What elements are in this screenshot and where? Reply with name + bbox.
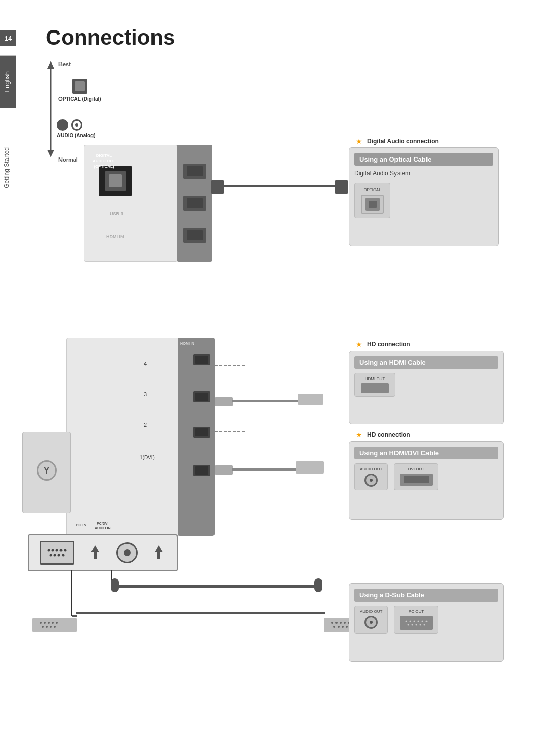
- vga-cable-bottom: [76, 612, 325, 614]
- hdmi-slot-4: [193, 354, 210, 365]
- svg-point-39: [417, 621, 419, 622]
- side-port-slot-2: [183, 196, 206, 211]
- vga-left-dots: [37, 620, 72, 629]
- dsub-box: Using a D-Sub Cable AUDIO OUT PC OUT: [349, 583, 504, 662]
- hd-dvi-box: Using an HDMI/DVI Cable AUDIO OUT DVI OU…: [349, 441, 504, 520]
- hdmi-slot-2: [193, 427, 210, 438]
- hdmi-in-mid-label: HDMI IN: [180, 342, 194, 345]
- optical-cable-left-connector: [211, 180, 224, 194]
- hdmi-slot-3: [193, 391, 210, 402]
- svg-point-8: [50, 554, 52, 557]
- pc-ports-arrow-2: [154, 545, 164, 560]
- svg-point-30: [344, 622, 346, 624]
- svg-point-33: [338, 626, 340, 628]
- using-dsub-header: Using a D-Sub Cable: [354, 589, 498, 602]
- svg-point-21: [52, 622, 54, 624]
- svg-point-44: [415, 624, 417, 626]
- svg-rect-13: [94, 552, 97, 559]
- svg-marker-14: [155, 545, 163, 552]
- vga-conn-left: [32, 618, 77, 632]
- port-4-label: 4: [144, 361, 147, 367]
- digital-audio-connection-label: ★ Digital Audio connection: [356, 137, 439, 145]
- svg-point-19: [44, 622, 46, 624]
- audio-rca-black-icon: [57, 119, 68, 131]
- svg-point-7: [64, 549, 67, 552]
- svg-point-32: [333, 626, 336, 628]
- hdmi-in-label-top: HDMI IN: [106, 234, 124, 239]
- port-1dvi-label: 1(DVI): [140, 455, 155, 460]
- audio-jack-port-visual: [116, 542, 138, 563]
- dsub-port-dots: [404, 619, 429, 627]
- best-label: Best: [58, 61, 71, 67]
- svg-rect-16: [71, 570, 72, 616]
- hdmi-dotted-2: [215, 431, 245, 432]
- optical-label: OPTICAL (Digital): [58, 96, 101, 102]
- vga-cable-bend: [72, 615, 77, 617]
- pc-ports-arrow: [90, 545, 100, 560]
- svg-point-25: [50, 626, 52, 628]
- svg-point-18: [40, 622, 42, 624]
- audio-jack-inner: [124, 549, 131, 556]
- svg-point-6: [60, 549, 63, 552]
- dvi-out-port: DVI OUT: [394, 463, 438, 490]
- star-icon-hd-hdmi: ★: [356, 340, 362, 349]
- svg-point-9: [54, 554, 56, 557]
- svg-marker-12: [91, 545, 99, 552]
- audio-out-circle-dsub: [364, 616, 378, 629]
- tv-logo: Y: [37, 460, 57, 481]
- hdmi-slot-1dvi: [193, 465, 210, 476]
- optical-cable-right-connector: [336, 180, 348, 194]
- svg-point-34: [342, 626, 344, 628]
- svg-point-41: [425, 621, 427, 622]
- svg-point-20: [48, 622, 50, 624]
- svg-rect-15: [157, 552, 160, 559]
- svg-point-43: [411, 624, 413, 626]
- optical-device-port: [361, 195, 384, 214]
- svg-point-4: [52, 549, 54, 552]
- hdmi-out-label: HDMI OUT: [365, 376, 385, 381]
- side-label-english: English: [0, 56, 16, 108]
- dvi-ports-container: AUDIO OUT DVI OUT: [354, 463, 498, 490]
- optical-device-visual: OPTICAL: [354, 183, 390, 218]
- hd-connection-dvi-label: ★ HD connection: [356, 431, 410, 439]
- hdmi-left-conn-1: [215, 465, 233, 475]
- svg-point-10: [58, 554, 60, 557]
- vga-dots-grid: [45, 546, 69, 560]
- optical-port-tv: [99, 166, 132, 196]
- dsub-ports-container: AUDIO OUT PC OUT: [354, 606, 498, 634]
- svg-point-23: [42, 626, 44, 628]
- audio-jack-right-conn: [314, 578, 322, 592]
- tv-body-mid: PC IN PC/DVIAUDIO IN: [66, 338, 180, 536]
- digital-audio-system-box: Using an Optical Cable Digital Audio Sys…: [349, 147, 499, 246]
- pc-out-port-dsub: PC OUT: [394, 606, 438, 634]
- page-number: 14: [0, 30, 16, 46]
- hdmi-out-port-visual: HDMI OUT: [354, 373, 395, 397]
- vga-port-visual: [40, 541, 74, 565]
- using-dvi-header: Using an HDMI/DVI Cable: [354, 447, 498, 459]
- svg-point-42: [407, 624, 409, 626]
- side-port-slot-3: [183, 228, 206, 243]
- dvi-right-conn-1: [296, 461, 324, 474]
- hdmi-left-conn-3: [215, 397, 233, 406]
- svg-point-45: [419, 624, 421, 626]
- optical-device-label: OPTICAL: [363, 187, 381, 192]
- svg-point-27: [331, 622, 333, 624]
- svg-point-35: [346, 626, 348, 628]
- star-icon-digital: ★: [356, 137, 362, 145]
- side-label-getting: Getting Started: [0, 132, 16, 204]
- hdmi-cable-3: [232, 400, 298, 402]
- svg-point-11: [62, 554, 65, 557]
- audio-jack-left-conn: [111, 578, 119, 592]
- svg-point-29: [340, 622, 342, 624]
- audio-out-dot-dsub: [370, 621, 373, 624]
- arrow-line-vga: [70, 570, 72, 616]
- dvi-port-visual: [400, 474, 433, 486]
- audio-out-port-dvi: AUDIO OUT: [354, 463, 388, 490]
- using-optical-header: Using an Optical Cable: [354, 153, 493, 166]
- hdmi-dotted-4: [215, 365, 245, 366]
- tv-side-panel-mid: HDMI IN: [178, 338, 215, 536]
- tv-left-accent: Y: [22, 432, 71, 513]
- digital-audio-body-text: Digital Audio System: [354, 170, 493, 177]
- audio-analog-label: AUDIO (Analog): [57, 133, 96, 138]
- hdmi-right-conn-3: [298, 394, 323, 405]
